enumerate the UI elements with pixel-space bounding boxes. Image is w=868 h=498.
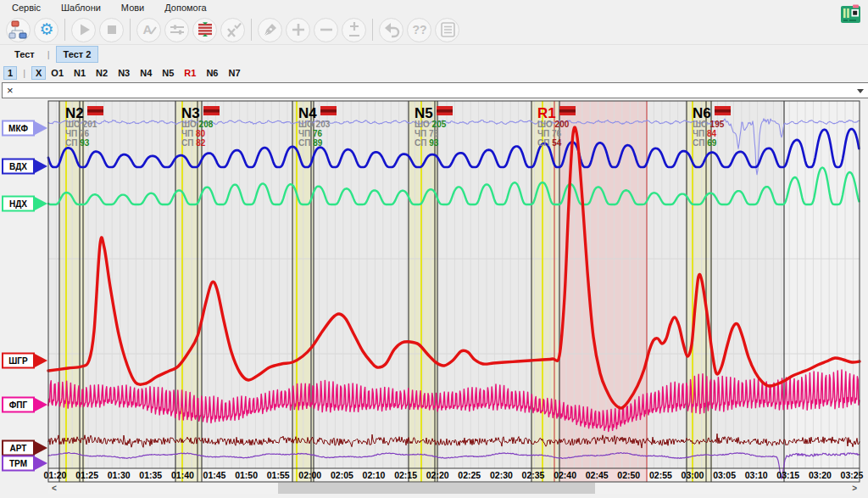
section-flag-stripe [203,109,220,113]
channel-tag-ШГР[interactable]: ШГР [3,354,47,368]
question-item-x[interactable]: X [31,66,46,80]
time-tick-label: 01:50 [235,470,258,480]
tab-тест[interactable]: Тест [8,47,42,62]
question-item-o1[interactable]: O1 [51,68,64,78]
zoom-out-button[interactable] [314,18,338,42]
toolbar-separator [130,19,131,41]
time-tick-label: 01:30 [108,470,131,480]
channel-tag-АРТ[interactable]: АРТ [3,441,47,456]
question-item-n6[interactable]: N6 [206,68,218,78]
svg-text:МКФ: МКФ [8,124,28,133]
time-tick-label: 03:25 [841,470,864,480]
toolbar: ⚙A?? [0,15,868,45]
section-flag-stripe [320,109,337,113]
channel-tag-ФПГ[interactable]: ФПГ [3,398,47,412]
section-metric: СП 54 [537,138,562,148]
toolbar-separator [251,19,252,41]
time-tick-label: 02:40 [554,470,576,480]
section-metric: ШО 195 [693,120,725,129]
annotate-button[interactable]: A [136,18,161,42]
section-metric: СП 89 [298,138,323,148]
section-metric: ШО 205 [415,120,447,129]
section-metric: ЧП 80 [181,129,206,138]
question-item-n4[interactable]: N4 [140,68,152,78]
question-item-n5[interactable]: N5 [162,68,174,78]
section-metric: ЧП 76 [65,129,90,138]
time-tick-label: 03:05 [713,470,736,480]
question-item-n2[interactable]: N2 [96,68,108,78]
tab-тест-2[interactable]: Тест 2 [56,46,99,63]
section-flag-stripe [559,109,576,113]
stop-button[interactable] [99,18,124,42]
time-tick-label: 02:20 [426,470,449,480]
time-tick-label: 02:30 [490,470,513,480]
help-button[interactable]: ?? [407,18,431,42]
question-nav: 1|XO1N1N2N3N4N5R1N6N7 [0,64,868,81]
time-tick-label: 01:55 [267,470,290,480]
section-metric: ШО 203 [298,120,331,129]
section-metric: ШО 201 [65,120,97,129]
device-status-button[interactable] [838,3,864,25]
plot-background [48,101,860,468]
scroll-left-arrow-icon[interactable]: < [52,483,57,494]
menu-item-3[interactable]: Допомога [164,3,206,13]
channel-tag-ВДХ[interactable]: ВДХ [3,159,47,174]
time-tick-label: 02:55 [649,470,672,480]
channel-tag-МКФ[interactable]: МКФ [3,121,47,136]
svg-text:⚙: ⚙ [39,20,53,38]
svg-text:НДХ: НДХ [9,199,27,209]
tab-separator: | [47,49,50,59]
tab-bar: Тест|Тест 2 [0,45,868,64]
scroll-right-arrow-icon[interactable]: > [852,483,857,494]
toolbar-separator [64,19,65,41]
time-tick-label: 02:15 [394,470,417,480]
section-metric: СП 82 [181,138,206,148]
svg-text:ШГР: ШГР [8,356,28,366]
section-metric: ШО 200 [537,120,570,129]
question-item-r1[interactable]: R1 [184,68,196,78]
question-item-n1[interactable]: N1 [74,68,86,78]
time-tick-label: 02:45 [586,470,609,480]
center-traces-button[interactable] [192,18,217,42]
toolbar-separator [372,19,373,41]
question-item-n3[interactable]: N3 [118,68,130,78]
channel-tag-НДХ[interactable]: НДХ [3,197,47,211]
test-structure-button[interactable] [6,18,31,42]
menubar: СервісШаблониМовиДопомога [0,0,868,15]
section-metric: СП 93 [415,138,439,148]
section-flag-stripe [437,109,453,113]
mark-button[interactable] [258,18,282,42]
time-tick-label: 02:50 [617,470,640,480]
h-scrollbar[interactable]: < > [48,483,860,494]
section-metric: ЧП 76 [298,129,323,138]
channel-tag-ТРМ[interactable]: ТРМ [3,456,47,471]
time-tick-label: 03:15 [776,470,799,480]
time-tick-label: 02:35 [522,470,545,480]
zoom-reset-button[interactable] [342,18,366,42]
menu-item-0[interactable]: Сервіс [12,3,41,13]
plot-light-zone [784,101,860,468]
menu-item-1[interactable]: Шаблони [61,3,101,13]
adjust-channels-button[interactable] [164,18,189,42]
play-button[interactable] [71,18,96,42]
svg-text:АРТ: АРТ [10,444,27,453]
report-button[interactable] [435,18,459,42]
undo-button[interactable] [379,18,403,42]
discard-button[interactable] [220,18,245,42]
zoom-in-button[interactable] [286,18,310,42]
settings-button[interactable]: ⚙ [34,18,58,42]
question-combobox[interactable]: × [2,82,868,98]
scrollbar-thumb[interactable] [278,483,595,494]
menu-item-2[interactable]: Мови [121,3,144,13]
section-metric: СП 93 [65,138,90,148]
time-tick-label: 03:20 [809,470,832,480]
svg-text:A: A [142,22,152,36]
time-tick-label: 01:35 [139,470,162,480]
app-window: { "menu": { "items": ["Сервіс", "Шаблони… [0,0,868,498]
svg-text:ФПГ: ФПГ [9,400,28,410]
page-number-box[interactable]: 1 [3,66,17,80]
time-tick-label: 01:25 [75,470,98,480]
time-axis-strip [48,468,860,482]
question-item-n7[interactable]: N7 [228,68,240,78]
chevron-down-icon[interactable] [857,89,864,93]
